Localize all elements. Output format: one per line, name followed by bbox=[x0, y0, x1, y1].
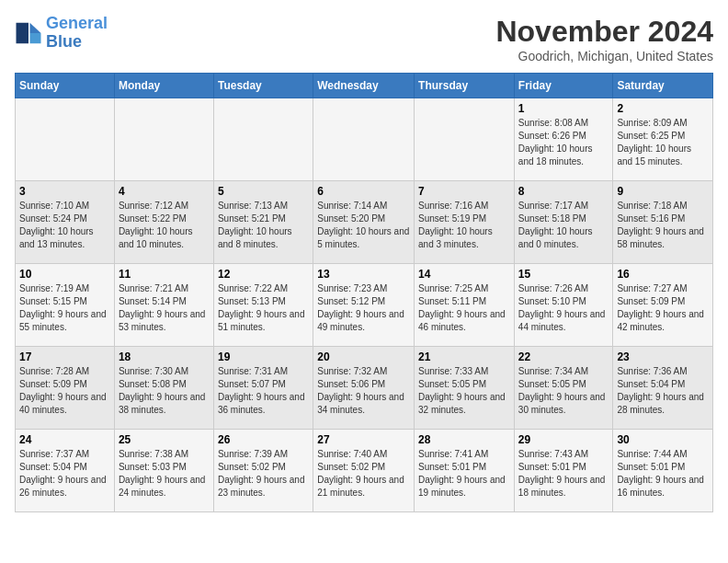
calendar-cell: 4Sunrise: 7:12 AM Sunset: 5:22 PM Daylig… bbox=[114, 181, 213, 264]
day-info: Sunrise: 7:39 AM Sunset: 5:02 PM Dayligh… bbox=[218, 448, 309, 500]
day-number: 4 bbox=[119, 185, 210, 198]
day-info: Sunrise: 7:17 AM Sunset: 5:18 PM Dayligh… bbox=[518, 200, 609, 251]
day-info: Sunrise: 7:13 AM Sunset: 5:21 PM Dayligh… bbox=[218, 200, 309, 251]
calendar-cell: 30Sunrise: 7:44 AM Sunset: 5:01 PM Dayli… bbox=[613, 430, 713, 512]
day-number: 23 bbox=[617, 350, 709, 363]
day-number: 29 bbox=[518, 433, 609, 446]
calendar-week-4: 17Sunrise: 7:28 AM Sunset: 5:09 PM Dayli… bbox=[16, 347, 713, 430]
day-number: 2 bbox=[617, 102, 709, 115]
calendar-cell: 2Sunrise: 8:09 AM Sunset: 6:25 PM Daylig… bbox=[613, 98, 713, 181]
day-number: 13 bbox=[317, 268, 410, 281]
calendar-cell bbox=[313, 98, 415, 181]
calendar-cell: 21Sunrise: 7:33 AM Sunset: 5:05 PM Dayli… bbox=[415, 347, 515, 430]
day-info: Sunrise: 7:41 AM Sunset: 5:01 PM Dayligh… bbox=[418, 448, 510, 500]
day-info: Sunrise: 7:12 AM Sunset: 5:22 PM Dayligh… bbox=[119, 200, 210, 251]
calendar-cell: 10Sunrise: 7:19 AM Sunset: 5:15 PM Dayli… bbox=[16, 264, 115, 347]
month-title: November 2024 bbox=[495, 15, 713, 49]
day-number: 6 bbox=[317, 185, 410, 198]
title-block: November 2024 Goodrich, Michigan, United… bbox=[495, 15, 713, 63]
day-number: 25 bbox=[119, 433, 210, 446]
calendar-week-2: 3Sunrise: 7:10 AM Sunset: 5:24 PM Daylig… bbox=[16, 181, 713, 264]
day-info: Sunrise: 7:33 AM Sunset: 5:05 PM Dayligh… bbox=[418, 365, 510, 417]
calendar-cell: 12Sunrise: 7:22 AM Sunset: 5:13 PM Dayli… bbox=[213, 264, 313, 347]
calendar-cell: 15Sunrise: 7:26 AM Sunset: 5:10 PM Dayli… bbox=[514, 264, 613, 347]
calendar-cell: 1Sunrise: 8:08 AM Sunset: 6:26 PM Daylig… bbox=[514, 98, 613, 181]
day-number: 9 bbox=[617, 185, 709, 198]
calendar-cell: 17Sunrise: 7:28 AM Sunset: 5:09 PM Dayli… bbox=[16, 347, 115, 430]
day-number: 5 bbox=[218, 185, 309, 198]
day-number: 30 bbox=[617, 433, 709, 446]
logo-blue: Blue bbox=[46, 32, 82, 51]
page-header: General Blue November 2024 Goodrich, Mic… bbox=[15, 15, 713, 63]
day-info: Sunrise: 7:43 AM Sunset: 5:01 PM Dayligh… bbox=[518, 448, 609, 500]
day-info: Sunrise: 7:27 AM Sunset: 5:09 PM Dayligh… bbox=[617, 282, 709, 334]
calendar-cell: 8Sunrise: 7:17 AM Sunset: 5:18 PM Daylig… bbox=[514, 181, 613, 264]
day-number: 10 bbox=[19, 268, 110, 281]
calendar-cell: 3Sunrise: 7:10 AM Sunset: 5:24 PM Daylig… bbox=[16, 181, 115, 264]
calendar-cell: 29Sunrise: 7:43 AM Sunset: 5:01 PM Dayli… bbox=[514, 430, 613, 512]
day-number: 17 bbox=[19, 350, 110, 363]
day-info: Sunrise: 7:28 AM Sunset: 5:09 PM Dayligh… bbox=[19, 365, 110, 417]
day-number: 20 bbox=[317, 350, 410, 363]
day-info: Sunrise: 7:30 AM Sunset: 5:08 PM Dayligh… bbox=[119, 365, 210, 417]
day-number: 15 bbox=[518, 268, 609, 281]
day-info: Sunrise: 7:19 AM Sunset: 5:15 PM Dayligh… bbox=[19, 282, 110, 334]
calendar-cell: 11Sunrise: 7:21 AM Sunset: 5:14 PM Dayli… bbox=[114, 264, 213, 347]
day-number: 3 bbox=[19, 185, 110, 198]
day-number: 8 bbox=[518, 185, 609, 198]
day-info: Sunrise: 8:08 AM Sunset: 6:26 PM Dayligh… bbox=[518, 117, 609, 168]
weekday-header-tuesday: Tuesday bbox=[213, 74, 313, 98]
calendar-cell: 18Sunrise: 7:30 AM Sunset: 5:08 PM Dayli… bbox=[114, 347, 213, 430]
day-info: Sunrise: 7:40 AM Sunset: 5:02 PM Dayligh… bbox=[317, 448, 410, 500]
day-info: Sunrise: 7:37 AM Sunset: 5:04 PM Dayligh… bbox=[19, 448, 110, 500]
day-info: Sunrise: 7:14 AM Sunset: 5:20 PM Dayligh… bbox=[317, 200, 410, 251]
day-info: Sunrise: 7:10 AM Sunset: 5:24 PM Dayligh… bbox=[19, 200, 110, 251]
weekday-header-saturday: Saturday bbox=[613, 74, 713, 98]
logo-text: General Blue bbox=[46, 15, 108, 52]
calendar-cell: 27Sunrise: 7:40 AM Sunset: 5:02 PM Dayli… bbox=[313, 430, 415, 512]
calendar-cell bbox=[16, 98, 115, 181]
day-info: Sunrise: 7:22 AM Sunset: 5:13 PM Dayligh… bbox=[218, 282, 309, 334]
calendar-header: SundayMondayTuesdayWednesdayThursdayFrid… bbox=[16, 74, 713, 98]
day-info: Sunrise: 7:23 AM Sunset: 5:12 PM Dayligh… bbox=[317, 282, 410, 334]
day-info: Sunrise: 7:36 AM Sunset: 5:04 PM Dayligh… bbox=[617, 365, 709, 417]
calendar-week-5: 24Sunrise: 7:37 AM Sunset: 5:04 PM Dayli… bbox=[16, 430, 713, 512]
weekday-header-friday: Friday bbox=[514, 74, 613, 98]
day-number: 12 bbox=[218, 268, 309, 281]
calendar-week-1: 1Sunrise: 8:08 AM Sunset: 6:26 PM Daylig… bbox=[16, 98, 713, 181]
logo-general: General bbox=[46, 14, 108, 32]
day-info: Sunrise: 7:26 AM Sunset: 5:10 PM Dayligh… bbox=[518, 282, 609, 334]
calendar-cell: 28Sunrise: 7:41 AM Sunset: 5:01 PM Dayli… bbox=[415, 430, 515, 512]
day-number: 28 bbox=[418, 433, 510, 446]
calendar-cell: 9Sunrise: 7:18 AM Sunset: 5:16 PM Daylig… bbox=[613, 181, 713, 264]
day-number: 22 bbox=[518, 350, 609, 363]
day-info: Sunrise: 7:34 AM Sunset: 5:05 PM Dayligh… bbox=[518, 365, 609, 417]
calendar-cell: 5Sunrise: 7:13 AM Sunset: 5:21 PM Daylig… bbox=[213, 181, 313, 264]
day-info: Sunrise: 8:09 AM Sunset: 6:25 PM Dayligh… bbox=[617, 117, 709, 168]
day-info: Sunrise: 7:31 AM Sunset: 5:07 PM Dayligh… bbox=[218, 365, 309, 417]
calendar-cell: 25Sunrise: 7:38 AM Sunset: 5:03 PM Dayli… bbox=[114, 430, 213, 512]
calendar-body: 1Sunrise: 8:08 AM Sunset: 6:26 PM Daylig… bbox=[16, 98, 713, 512]
svg-marker-2 bbox=[30, 33, 41, 43]
location: Goodrich, Michigan, United States bbox=[495, 49, 713, 63]
weekday-header-thursday: Thursday bbox=[415, 74, 515, 98]
day-info: Sunrise: 7:38 AM Sunset: 5:03 PM Dayligh… bbox=[119, 448, 210, 500]
day-number: 16 bbox=[617, 268, 709, 281]
calendar-cell: 19Sunrise: 7:31 AM Sunset: 5:07 PM Dayli… bbox=[213, 347, 313, 430]
day-number: 19 bbox=[218, 350, 309, 363]
calendar-cell: 7Sunrise: 7:16 AM Sunset: 5:19 PM Daylig… bbox=[415, 181, 515, 264]
day-number: 7 bbox=[418, 185, 510, 198]
calendar-cell bbox=[415, 98, 515, 181]
calendar-cell: 22Sunrise: 7:34 AM Sunset: 5:05 PM Dayli… bbox=[514, 347, 613, 430]
day-number: 21 bbox=[418, 350, 510, 363]
day-number: 24 bbox=[19, 433, 110, 446]
calendar-cell: 24Sunrise: 7:37 AM Sunset: 5:04 PM Dayli… bbox=[16, 430, 115, 512]
day-info: Sunrise: 7:44 AM Sunset: 5:01 PM Dayligh… bbox=[617, 448, 709, 500]
calendar-cell bbox=[114, 98, 213, 181]
calendar-cell: 14Sunrise: 7:25 AM Sunset: 5:11 PM Dayli… bbox=[415, 264, 515, 347]
day-number: 11 bbox=[119, 268, 210, 281]
day-number: 26 bbox=[218, 433, 309, 446]
day-info: Sunrise: 7:16 AM Sunset: 5:19 PM Dayligh… bbox=[418, 200, 510, 251]
day-info: Sunrise: 7:18 AM Sunset: 5:16 PM Dayligh… bbox=[617, 200, 709, 251]
day-info: Sunrise: 7:32 AM Sunset: 5:06 PM Dayligh… bbox=[317, 365, 410, 417]
